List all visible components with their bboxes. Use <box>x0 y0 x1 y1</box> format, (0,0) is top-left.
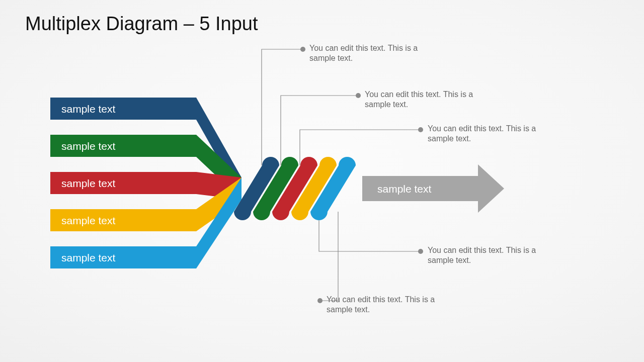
callout-leader-2 <box>281 96 358 165</box>
callout-text-5: You can edit this text. This is a sample… <box>327 295 457 315</box>
callout-dot-1 <box>300 47 305 52</box>
input-bar-5-label: sample text <box>61 252 116 263</box>
callout-text-3: You can edit this text. This is a sample… <box>428 124 558 144</box>
callout-leader-1 <box>262 49 303 165</box>
input-bar-3-label: sample text <box>61 177 116 189</box>
callout-text-2: You can edit this text. This is a sample… <box>365 89 496 110</box>
input-bar-2-label: sample text <box>61 140 116 152</box>
callout-leader-4 <box>319 212 421 251</box>
callout-dot-5 <box>317 298 323 303</box>
callout-leader-3 <box>300 130 421 165</box>
callout-text-4: You can edit this text. This is a sample… <box>428 245 558 265</box>
callout-dot-2 <box>356 93 361 98</box>
arrow-label: sample text <box>377 183 432 195</box>
callout-text-1: You can edit this text. This is a sample… <box>309 43 440 63</box>
callout-dot-3 <box>418 127 423 132</box>
callout-dot-4 <box>418 249 423 254</box>
input-bar-1-label: sample text <box>61 103 116 115</box>
callout-leader-5 <box>320 212 338 301</box>
input-bar-4-label: sample text <box>61 215 116 226</box>
